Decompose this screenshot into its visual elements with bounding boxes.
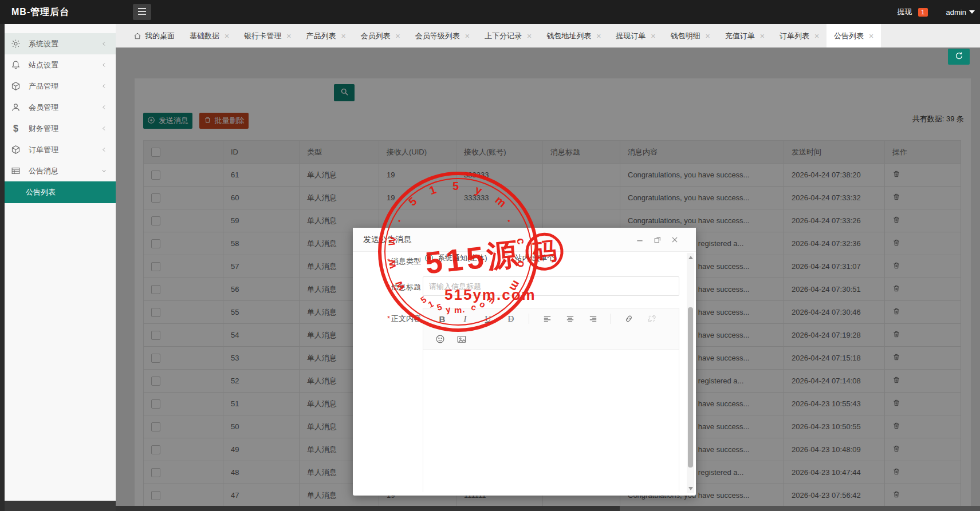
strikethrough-icon[interactable]: D <box>506 314 516 324</box>
withdraw-link[interactable]: 提现 <box>898 7 912 17</box>
bold-icon[interactable]: B <box>437 314 447 324</box>
topbar: MB-管理后台 提现 1 admin <box>0 0 980 24</box>
sidebar-item-订单管理[interactable]: 订单管理 <box>5 139 116 160</box>
user-name: admin <box>946 8 966 17</box>
close-icon[interactable] <box>671 236 679 244</box>
emoji-icon[interactable] <box>435 334 445 344</box>
sidebar-item-会员管理[interactable]: 会员管理 <box>5 97 116 118</box>
message-type-radios: 系统通知(全体) 站内信(单个) <box>425 253 557 263</box>
sidebar-item-label: 订单管理 <box>29 145 58 155</box>
subject-label: *信息标题 <box>353 282 421 292</box>
tab-充值订单[interactable]: 充值订单× <box>718 24 772 47</box>
scrollbar-thumb[interactable] <box>688 307 693 468</box>
tab-label: 我的桌面 <box>145 31 175 41</box>
sidebar-item-产品管理[interactable]: 产品管理 <box>5 76 116 97</box>
chevron-left-icon <box>100 125 108 132</box>
maximize-icon[interactable] <box>654 236 661 244</box>
radio-system-notice[interactable] <box>425 254 433 262</box>
tab-提现订单[interactable]: 提现订单× <box>608 24 663 47</box>
tab-close-icon[interactable]: × <box>651 32 655 40</box>
tab-close-icon[interactable]: × <box>341 32 345 40</box>
sidebar-item-财务管理[interactable]: $财务管理 <box>5 118 116 139</box>
user-icon <box>11 102 21 112</box>
tab-label: 银行卡管理 <box>244 31 281 41</box>
tab-会员等级列表[interactable]: 会员等级列表× <box>408 24 477 47</box>
tab-钱包明细[interactable]: 钱包明细× <box>663 24 718 47</box>
tab-我的桌面[interactable]: 我的桌面 <box>126 24 182 47</box>
tab-基础数据[interactable]: 基础数据× <box>182 24 237 47</box>
unlink-icon[interactable] <box>647 314 657 324</box>
modal-scrollbar[interactable] <box>687 253 694 493</box>
tab-close-icon[interactable]: × <box>396 32 400 40</box>
tab-close-icon[interactable]: × <box>706 32 710 40</box>
tab-公告列表[interactable]: 公告列表× <box>826 24 881 47</box>
chevron-left-icon <box>100 104 108 111</box>
tab-label: 会员等级列表 <box>415 31 460 41</box>
link-icon[interactable] <box>624 314 634 324</box>
tab-close-icon[interactable]: × <box>760 32 765 40</box>
chevron-left-icon <box>100 40 108 47</box>
withdraw-badge: 1 <box>918 8 928 17</box>
tab-close-icon[interactable]: × <box>465 32 470 40</box>
underline-icon[interactable]: U <box>483 314 493 324</box>
tab-label: 产品列表 <box>306 31 336 41</box>
tab-会员列表[interactable]: 会员列表× <box>353 24 408 47</box>
refresh-button[interactable] <box>948 49 970 65</box>
tabbar: 我的桌面基础数据×银行卡管理×产品列表×会员列表×会员等级列表×上下分记录×钱包… <box>116 24 980 47</box>
sidebar-item-label: 系统设置 <box>29 39 58 49</box>
tab-产品列表[interactable]: 产品列表× <box>298 24 353 47</box>
message-type-label: *消息类型 <box>353 256 421 267</box>
sidebar-item-站点设置[interactable]: 站点设置 <box>5 54 116 76</box>
align-center-icon[interactable] <box>565 314 575 324</box>
tab-close-icon[interactable]: × <box>596 32 601 40</box>
sidebar-item-系统设置[interactable]: 系统设置 <box>5 33 116 54</box>
tab-label: 上下分记录 <box>485 31 522 41</box>
tab-close-icon[interactable]: × <box>527 32 532 40</box>
tab-label: 提现订单 <box>616 31 646 41</box>
image-icon[interactable] <box>456 334 467 344</box>
chevron-left-icon <box>100 61 108 69</box>
sidebar-item-label: 公告消息 <box>29 166 58 176</box>
tab-close-icon[interactable]: × <box>814 32 819 40</box>
dollar-icon: $ <box>11 124 21 133</box>
sidebar-item-label: 会员管理 <box>29 102 58 113</box>
tab-银行卡管理[interactable]: 银行卡管理× <box>237 24 298 47</box>
sidebar-subitem-公告列表[interactable]: 公告列表 <box>5 181 116 203</box>
hamburger-button[interactable] <box>133 4 151 20</box>
home-icon <box>133 32 141 40</box>
rich-text-editor: BIUD <box>423 308 679 492</box>
list-icon <box>11 166 21 176</box>
radio-site-message[interactable] <box>502 254 510 262</box>
app-title: MB-管理后台 <box>11 6 69 18</box>
italic-icon[interactable]: I <box>460 314 470 324</box>
tab-上下分记录[interactable]: 上下分记录× <box>477 24 539 47</box>
user-menu[interactable]: admin <box>946 8 975 17</box>
cube-icon <box>11 145 21 155</box>
tab-close-icon[interactable]: × <box>225 32 229 40</box>
sidebar-item-公告消息[interactable]: 公告消息 <box>5 160 116 181</box>
scroll-up-icon[interactable] <box>688 256 693 259</box>
sidebar-item-label: 站点设置 <box>29 60 58 70</box>
minimize-icon[interactable] <box>636 236 644 244</box>
chevron-left-icon <box>100 146 108 153</box>
scroll-down-icon[interactable] <box>688 487 693 490</box>
tab-订单列表[interactable]: 订单列表× <box>772 24 826 47</box>
refresh-icon <box>955 52 963 62</box>
tab-label: 公告列表 <box>834 31 864 41</box>
send-announcement-modal: 发送公告消息 *消息类型 系统通知(全体) 站内信(单个) *信息标题 *正文内… <box>353 228 696 496</box>
gear-icon <box>11 39 21 49</box>
tab-钱包地址列表[interactable]: 钱包地址列表× <box>539 24 608 47</box>
subject-input[interactable] <box>423 276 679 296</box>
sidebar-item-label: 财务管理 <box>29 124 58 134</box>
tab-close-icon[interactable]: × <box>869 32 873 40</box>
tab-close-icon[interactable]: × <box>286 32 291 40</box>
align-right-icon[interactable] <box>588 314 598 324</box>
modal-titlebar: 发送公告消息 <box>353 228 696 252</box>
chevron-down-icon <box>100 167 108 175</box>
align-left-icon[interactable] <box>542 314 552 324</box>
modal-title: 发送公告消息 <box>363 235 411 245</box>
sidebar: 系统设置站点设置产品管理会员管理$财务管理订单管理公告消息 公告列表 <box>5 24 116 511</box>
tab-label: 充值订单 <box>725 31 755 41</box>
cube-icon <box>11 81 21 91</box>
editor-content-area[interactable] <box>423 350 679 493</box>
